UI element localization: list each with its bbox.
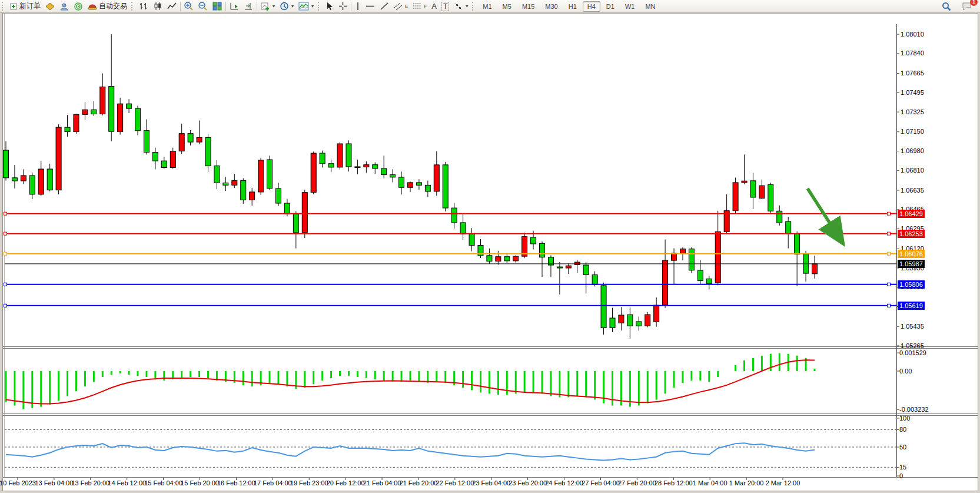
chart-shift-icon [244,2,253,11]
line-chart-icon [167,2,177,11]
clock-icon [280,2,289,11]
trendline-icon [380,2,389,11]
chevron-down-icon: ▾ [466,4,468,9]
autotrading-button[interactable]: 自动交易 [85,1,129,12]
text-label-button[interactable]: T [439,1,451,12]
toolbar-grip [2,2,5,11]
timeframe-button-h4[interactable]: H4 [583,1,600,12]
signals-button[interactable] [71,1,85,12]
timeframe-button-h1[interactable]: H1 [564,1,582,12]
timeframe-toolbar: M1M5M15M30H1H4D1W1MN [477,1,660,12]
top-toolbar: 新订单 自动交易 [0,0,980,13]
toolbar-separator [180,2,181,11]
chart-candles-button[interactable] [151,1,165,12]
timeframe-button-mn[interactable]: MN [640,1,660,12]
equidistant-channel-button[interactable]: E [391,1,410,12]
fibonacci-icon [413,2,422,11]
arrows-dropdown[interactable]: ▾ [451,1,470,12]
toolbar-separator [351,2,351,11]
new-order-label: 新订单 [19,1,41,11]
text-button[interactable]: A [429,1,439,12]
chart-autoscroll-button[interactable] [227,1,241,12]
candlestick-icon [153,2,162,11]
trendline-button[interactable] [377,1,391,12]
toolbar-separator [257,2,257,11]
timeframe-button-m30[interactable]: M30 [540,1,562,12]
tile-windows-button[interactable] [210,1,224,12]
zoom-out-button[interactable] [196,1,210,12]
crosshair-button[interactable] [336,1,350,12]
timeframe-button-m15[interactable]: M15 [517,1,539,12]
cursor-button[interactable] [323,1,336,12]
label-tool-icon: T [441,2,449,11]
chevron-down-icon: ▾ [273,4,275,9]
periods-dropdown[interactable]: ▾ [277,1,296,12]
search-icon [942,2,951,11]
toolbar-grip [318,2,321,11]
chart-shift-button[interactable] [241,1,255,12]
indicators-icon [298,2,309,11]
autotrading-label: 自动交易 [99,1,127,11]
chart-canvas [0,0,980,493]
deposit-button[interactable] [43,1,57,12]
vertical-line-button[interactable] [353,1,363,12]
timeframe-button-d1[interactable]: D1 [602,1,619,12]
toolbar-separator [225,2,226,11]
vertical-line-icon [355,2,361,11]
zoom-in-icon [184,2,194,11]
mt4-window: 1.080101.078401.076651.074951.073251.071… [0,0,980,493]
new-chart-dropdown[interactable]: ▾ [258,1,277,12]
toolbar-grip [131,2,135,11]
gold-tag-icon [45,2,55,11]
horizontal-line-icon [366,2,375,11]
search-button[interactable] [939,1,954,12]
fibonacci-button[interactable]: F [410,1,429,12]
chart-line-button[interactable] [165,1,179,12]
arrow-objects-icon [454,2,463,11]
autotrading-icon [88,2,97,11]
autoscroll-icon [230,2,239,11]
notifications-button[interactable]: 1 [959,1,974,12]
new-order-button[interactable]: 新订单 [7,1,43,12]
chevron-down-icon: ▾ [291,4,294,9]
indicators-dropdown[interactable]: ▾ [296,1,316,12]
horizontal-line-button[interactable] [363,1,377,12]
tile-windows-icon [212,2,222,11]
new-order-icon [9,2,18,11]
person-icon [59,2,69,11]
support-button[interactable] [57,1,71,12]
sonar-icon [74,2,83,11]
channel-icon [394,2,403,11]
toolbar-grip [472,2,476,11]
notification-badge: 1 [970,0,978,6]
fibo-letter: F [424,4,427,9]
timeframe-button-w1[interactable]: W1 [620,1,640,12]
ohlc-bars-icon [139,2,148,11]
chart-bars-button[interactable] [137,1,151,12]
cursor-icon [325,2,334,11]
zoom-out-icon [198,2,208,11]
channel-letter: E [405,4,408,9]
timeframe-button-m5[interactable]: M5 [498,1,516,12]
text-tool-icon: A [431,2,437,11]
zoom-in-button[interactable] [182,1,196,12]
new-chart-icon [261,2,270,11]
chevron-down-icon: ▾ [311,4,314,9]
crosshair-icon [338,2,347,11]
timeframe-button-m1[interactable]: M1 [478,1,496,12]
